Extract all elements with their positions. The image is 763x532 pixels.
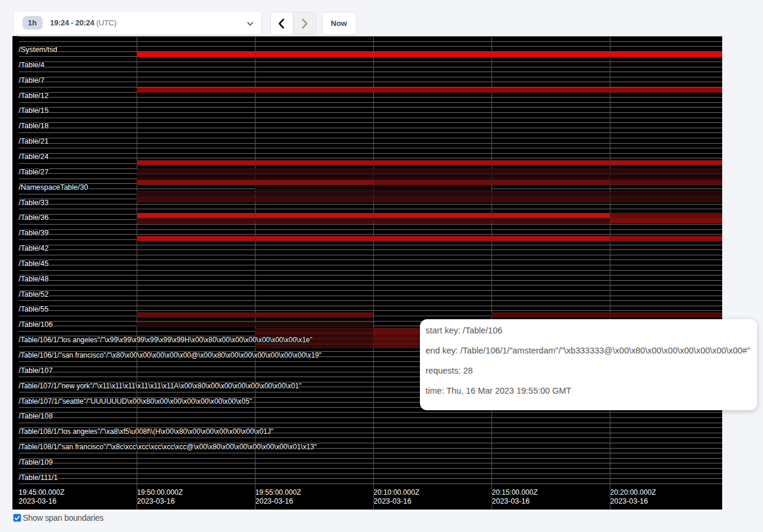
svg-text:/Table/4: /Table/4 bbox=[19, 60, 45, 69]
svg-text:/Table/52: /Table/52 bbox=[19, 290, 49, 298]
svg-text:2023-03-16: 2023-03-16 bbox=[137, 497, 175, 505]
svg-text:/Table/48: /Table/48 bbox=[19, 274, 49, 283]
svg-text:/Table/15: /Table/15 bbox=[19, 106, 49, 115]
svg-text:2023-03-16: 2023-03-16 bbox=[256, 497, 293, 505]
svg-text:/Table/45: /Table/45 bbox=[19, 259, 49, 267]
svg-text:/Table/27: /Table/27 bbox=[19, 167, 49, 176]
svg-text:/Table/42: /Table/42 bbox=[19, 244, 49, 252]
svg-text:19:55:00.000Z: 19:55:00.000Z bbox=[256, 488, 302, 497]
svg-text:/Table/36: /Table/36 bbox=[19, 213, 49, 222]
svg-text:20:20:00.000Z: 20:20:00.000Z bbox=[610, 488, 657, 497]
svg-text:2023-03-16: 2023-03-16 bbox=[19, 497, 57, 505]
svg-text:/Table/7: /Table/7 bbox=[19, 76, 45, 84]
svg-text:/Table/106/1/"los angeles"/"\x: /Table/106/1/"los angeles"/"\x99\x99\x99… bbox=[19, 336, 313, 344]
svg-text:2023-03-16: 2023-03-16 bbox=[492, 497, 530, 505]
svg-text:/Table/107/1/"new york"/"\x11\: /Table/107/1/"new york"/"\x11\x11\x11\x1… bbox=[19, 381, 302, 390]
svg-text:20:15:00.000Z: 20:15:00.000Z bbox=[492, 488, 538, 497]
svg-text:/Table/18: /Table/18 bbox=[19, 122, 49, 130]
svg-text:/Table/107: /Table/107 bbox=[19, 366, 53, 374]
svg-text:20:10:00.000Z: 20:10:00.000Z bbox=[374, 488, 420, 497]
svg-text:/Table/12: /Table/12 bbox=[19, 91, 49, 99]
svg-text:/Table/106/1/"san francisco"/": /Table/106/1/"san francisco"/"\x80\x00\x… bbox=[19, 351, 322, 359]
svg-text:/Table/39: /Table/39 bbox=[19, 229, 49, 237]
svg-text:19:45:00.000Z: 19:45:00.000Z bbox=[19, 488, 65, 497]
svg-text:/Table/107/1/"seattle"/"UUUUUU: /Table/107/1/"seattle"/"UUUUUUD\x00\x80\… bbox=[19, 397, 253, 405]
svg-text:/Table/33: /Table/33 bbox=[19, 198, 49, 206]
svg-text:/Table/55: /Table/55 bbox=[19, 305, 49, 313]
svg-text:/Table/109: /Table/109 bbox=[19, 458, 53, 466]
svg-text:/Table/108: /Table/108 bbox=[19, 412, 53, 420]
svg-text:/Table/108/1/"san francisco"/": /Table/108/1/"san francisco"/"\x8c\xcc\x… bbox=[19, 443, 317, 451]
svg-text:/System/tsd: /System/tsd bbox=[19, 46, 57, 54]
svg-text:19:50:00.000Z: 19:50:00.000Z bbox=[137, 488, 183, 497]
svg-text:2023-03-16: 2023-03-16 bbox=[610, 497, 648, 505]
svg-text:/Table/106: /Table/106 bbox=[19, 320, 53, 329]
svg-text:/Table/111/1: /Table/111/1 bbox=[19, 473, 58, 481]
svg-text:/Table/21: /Table/21 bbox=[19, 137, 49, 145]
svg-text:/Table/108/1/"los angeles"/"\x: /Table/108/1/"los angeles"/"\xa8\xf5\u00… bbox=[19, 427, 274, 436]
svg-text:/NamespaceTable/30: /NamespaceTable/30 bbox=[19, 183, 88, 191]
svg-text:/Table/24: /Table/24 bbox=[19, 152, 49, 160]
svg-text:2023-03-16: 2023-03-16 bbox=[374, 497, 412, 505]
